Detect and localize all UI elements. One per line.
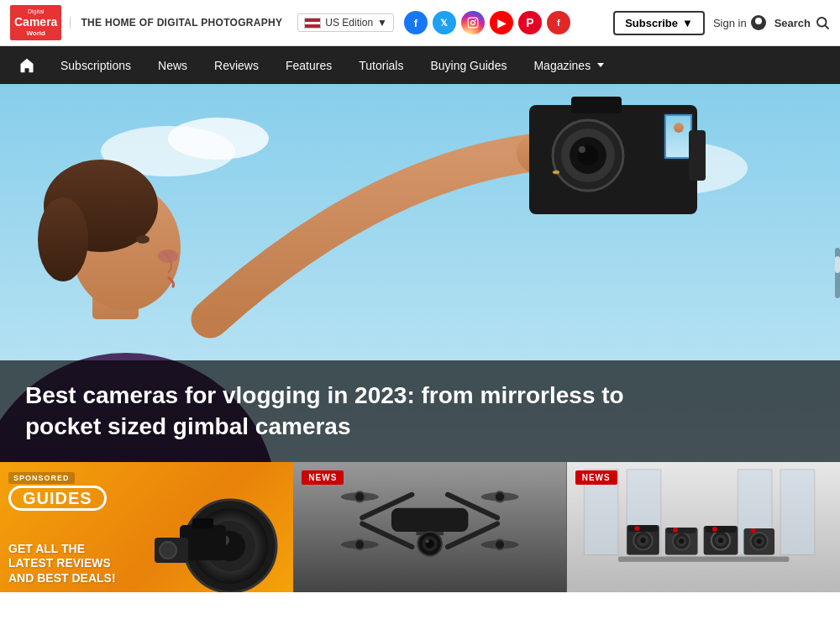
us-flag-icon bbox=[304, 18, 321, 29]
svg-point-76 bbox=[718, 538, 723, 543]
sponsored-card[interactable]: SPONSORED GUIDES GET ALL THE LATEST REVI… bbox=[0, 462, 293, 592]
svg-rect-35 bbox=[192, 518, 213, 528]
svg-rect-62 bbox=[618, 557, 789, 562]
svg-point-84 bbox=[711, 527, 717, 532]
svg-rect-61 bbox=[780, 470, 815, 555]
svg-rect-67 bbox=[628, 525, 658, 532]
logo-camera: Camera bbox=[14, 15, 57, 29]
card-row: SPONSORED GUIDES GET ALL THE LATEST REVI… bbox=[0, 462, 840, 592]
svg-point-13 bbox=[38, 197, 88, 281]
nav-item-subscriptions[interactable]: Subscriptions bbox=[47, 46, 144, 84]
news-card-drone[interactable]: NEWS bbox=[293, 462, 566, 592]
guides-badge-container: GUIDES bbox=[8, 489, 107, 508]
svg-rect-72 bbox=[667, 528, 696, 533]
youtube-icon[interactable]: ▶ bbox=[490, 11, 513, 34]
svg-point-50 bbox=[355, 539, 365, 549]
social-icons-group: f 𝕏 ▶ P f bbox=[404, 11, 570, 34]
svg-point-49 bbox=[495, 491, 505, 502]
news-card-leica[interactable]: NEWS bbox=[567, 462, 840, 592]
svg-point-81 bbox=[756, 538, 761, 544]
svg-point-15 bbox=[136, 235, 150, 244]
nav-item-features[interactable]: Features bbox=[272, 46, 345, 84]
sponsored-text-block: GET ALL THE LATEST REVIEWS AND BEST DEAL… bbox=[0, 535, 124, 593]
svg-point-85 bbox=[750, 528, 755, 533]
twitter-icon[interactable]: 𝕏 bbox=[433, 11, 456, 34]
nav-item-magazines[interactable]: Magazines bbox=[520, 46, 617, 84]
svg-point-3 bbox=[817, 18, 827, 27]
instagram-icon[interactable] bbox=[461, 11, 485, 34]
search-button[interactable]: Search bbox=[774, 15, 830, 30]
svg-point-28 bbox=[553, 171, 559, 174]
svg-rect-77 bbox=[705, 526, 736, 533]
svg-point-83 bbox=[673, 528, 678, 533]
svg-point-66 bbox=[640, 538, 645, 543]
sign-in-button[interactable]: Sign in bbox=[713, 15, 766, 30]
news-badge-drone: NEWS bbox=[302, 470, 344, 485]
user-icon bbox=[751, 15, 766, 30]
search-label: Search bbox=[774, 17, 811, 29]
sponsored-text-line1: GET ALL THE bbox=[8, 542, 116, 557]
sponsored-badge-container: SPONSORED bbox=[8, 469, 75, 484]
header-actions: Subscribe ▼ Sign in Search bbox=[613, 11, 830, 35]
svg-point-56 bbox=[426, 539, 429, 543]
svg-point-37 bbox=[160, 542, 176, 559]
subscribe-chevron-icon: ▼ bbox=[682, 17, 693, 29]
search-icon bbox=[815, 15, 830, 30]
svg-point-2 bbox=[475, 19, 476, 21]
svg-line-4 bbox=[825, 25, 828, 29]
scroll-indicator bbox=[835, 248, 840, 298]
magazines-chevron-icon bbox=[597, 63, 604, 67]
svg-point-26 bbox=[674, 123, 684, 133]
site-tagline: THE HOME OF DIGITAL PHOTOGRAPHY bbox=[70, 17, 282, 29]
subscribe-button[interactable]: Subscribe ▼ bbox=[613, 11, 705, 35]
guides-badge-label: GUIDES bbox=[8, 486, 107, 511]
chevron-down-icon: ▼ bbox=[377, 17, 387, 29]
svg-point-1 bbox=[471, 21, 475, 25]
logo-digital: Digital bbox=[14, 8, 57, 15]
hero-section[interactable]: Best cameras for vlogging in 2023: from … bbox=[0, 84, 840, 462]
site-logo[interactable]: Digital Camera World bbox=[10, 5, 61, 41]
svg-point-48 bbox=[355, 491, 365, 502]
pinterest-icon[interactable]: P bbox=[518, 11, 542, 34]
svg-point-7 bbox=[168, 118, 269, 160]
nav-item-buying-guides[interactable]: Buying Guides bbox=[417, 46, 520, 84]
home-icon bbox=[18, 57, 35, 74]
svg-point-71 bbox=[679, 538, 684, 544]
flipboard-icon[interactable]: f bbox=[547, 11, 570, 34]
facebook-icon[interactable]: f bbox=[404, 11, 428, 34]
nav-item-tutorials[interactable]: Tutorials bbox=[345, 46, 417, 84]
sponsored-text-line2: LATEST REVIEWS bbox=[8, 556, 116, 571]
nav-home-button[interactable] bbox=[7, 57, 47, 74]
edition-label: US Edition bbox=[325, 17, 373, 29]
svg-rect-39 bbox=[391, 508, 468, 532]
subscribe-label: Subscribe bbox=[625, 17, 678, 29]
nav-item-news[interactable]: News bbox=[144, 46, 201, 84]
sponsored-camera-illustration bbox=[155, 470, 293, 592]
svg-point-51 bbox=[495, 539, 505, 549]
svg-rect-0 bbox=[468, 18, 478, 28]
svg-rect-25 bbox=[666, 116, 690, 157]
svg-rect-27 bbox=[689, 130, 706, 181]
news-badge-leica: NEWS bbox=[575, 470, 617, 485]
sign-in-label: Sign in bbox=[713, 17, 747, 29]
main-nav: Subscriptions News Reviews Features Tuto… bbox=[0, 46, 840, 84]
nav-item-reviews[interactable]: Reviews bbox=[201, 46, 272, 84]
top-header: Digital Camera World THE HOME OF DIGITAL… bbox=[0, 0, 840, 46]
sponsored-text-line3: AND BEST DEALS! bbox=[8, 571, 116, 586]
svg-rect-18 bbox=[571, 97, 622, 113]
edition-selector[interactable]: US Edition ▼ bbox=[297, 13, 394, 32]
scroll-thumb bbox=[835, 256, 840, 273]
sponsored-badge-label: SPONSORED bbox=[8, 472, 75, 484]
logo-world: World bbox=[14, 29, 57, 38]
svg-point-23 bbox=[579, 146, 585, 153]
logo-area: Digital Camera World THE HOME OF DIGITAL… bbox=[10, 5, 282, 41]
svg-point-82 bbox=[634, 526, 639, 531]
hero-overlay: Best cameras for vlogging in 2023: from … bbox=[0, 360, 840, 462]
hero-title[interactable]: Best cameras for vlogging in 2023: from … bbox=[25, 381, 655, 442]
